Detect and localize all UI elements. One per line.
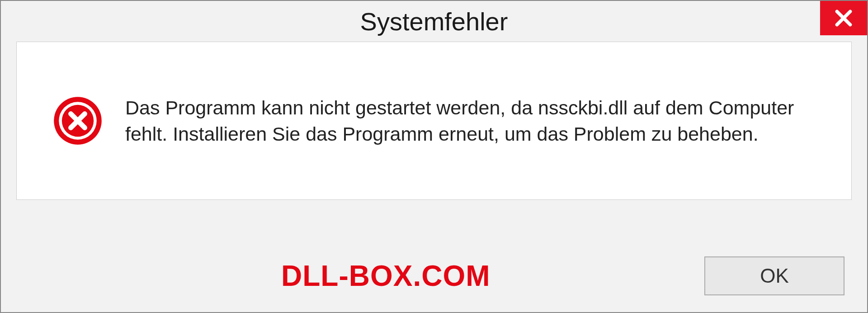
ok-button[interactable]: OK — [704, 256, 844, 295]
dialog-title: Systemfehler — [360, 7, 508, 36]
error-dialog: Systemfehler Das Programm kann nicht ges… — [0, 0, 868, 313]
titlebar: Systemfehler — [1, 1, 867, 42]
close-button[interactable] — [820, 1, 867, 35]
content-box: Das Programm kann nicht gestartet werden… — [16, 42, 852, 200]
error-icon — [53, 96, 103, 146]
footer: DLL-BOX.COM OK — [1, 240, 867, 312]
error-message: Das Programm kann nicht gestartet werden… — [125, 95, 833, 147]
close-icon — [834, 8, 854, 28]
watermark-text: DLL-BOX.COM — [281, 259, 491, 293]
